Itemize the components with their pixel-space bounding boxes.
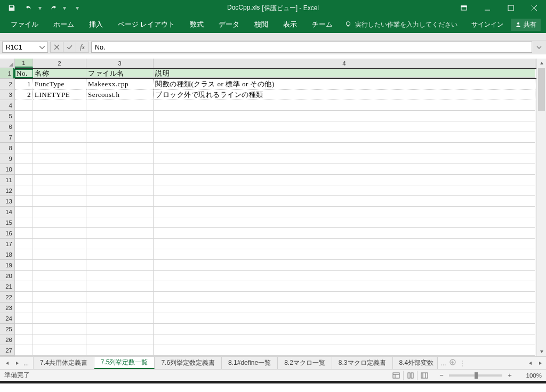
cell[interactable] — [33, 185, 86, 196]
tab-scroll-right-button[interactable] — [13, 361, 21, 365]
row-header[interactable]: 5 — [0, 111, 14, 121]
cell[interactable] — [86, 132, 154, 143]
tab-insert[interactable]: 挿入 — [82, 16, 110, 33]
cell[interactable] — [33, 164, 86, 175]
redo-button[interactable] — [46, 2, 61, 14]
tab-team[interactable]: チーム — [304, 16, 340, 33]
cell[interactable] — [86, 324, 154, 334]
sheet-tab[interactable]: 7.4共用体定義書 — [34, 357, 94, 369]
tab-review[interactable]: 校閲 — [247, 16, 276, 33]
cell[interactable] — [154, 281, 535, 292]
cell[interactable] — [15, 217, 33, 228]
tabs-menu-icon[interactable]: ⋮ — [459, 360, 465, 367]
column-header[interactable]: 1 — [15, 59, 33, 68]
zoom-percent[interactable]: 100% — [520, 372, 542, 379]
cell[interactable] — [86, 249, 154, 260]
scroll-up-button[interactable] — [537, 59, 546, 68]
cell[interactable] — [33, 324, 86, 334]
row-header[interactable]: 27 — [0, 345, 14, 356]
cell[interactable] — [154, 207, 535, 217]
row-header[interactable]: 10 — [0, 164, 14, 175]
cell[interactable] — [86, 345, 154, 356]
cell[interactable] — [33, 100, 86, 111]
cell[interactable]: ファイル名 — [86, 69, 154, 78]
cell[interactable] — [154, 334, 535, 345]
tab-nav-more[interactable]: ... — [22, 360, 30, 367]
zoom-slider[interactable] — [449, 374, 502, 377]
row-header[interactable]: 11 — [0, 175, 14, 185]
cell[interactable]: 説明 — [154, 69, 535, 78]
row-header[interactable]: 16 — [0, 228, 14, 239]
row-header[interactable]: 13 — [0, 196, 14, 207]
cell[interactable] — [33, 303, 86, 313]
cell[interactable] — [15, 185, 33, 196]
cell[interactable] — [33, 334, 86, 345]
row-header[interactable]: 23 — [0, 303, 14, 313]
column-header[interactable]: 2 — [33, 59, 86, 68]
maximize-button[interactable] — [499, 0, 523, 16]
cell[interactable] — [154, 164, 535, 175]
cell[interactable]: 名称 — [33, 69, 86, 78]
row-header[interactable]: 21 — [0, 281, 14, 292]
sheet-tab[interactable]: 8.4外部変数 — [393, 357, 438, 369]
row-header[interactable]: 15 — [0, 217, 14, 228]
cell[interactable] — [15, 292, 33, 303]
cell[interactable] — [33, 228, 86, 239]
cell[interactable] — [33, 217, 86, 228]
cell[interactable] — [86, 303, 154, 313]
new-sheet-button[interactable] — [449, 359, 456, 367]
enter-formula-button[interactable] — [63, 42, 76, 52]
cell[interactable] — [86, 217, 154, 228]
cell[interactable] — [15, 271, 33, 281]
cell[interactable]: FuncType — [33, 79, 86, 89]
cell[interactable] — [86, 260, 154, 271]
cell[interactable] — [154, 249, 535, 260]
tell-me-search[interactable]: 実行したい作業を入力してください — [344, 16, 457, 33]
cell[interactable] — [33, 313, 86, 324]
cell[interactable] — [154, 100, 535, 111]
cell[interactable] — [15, 334, 33, 345]
cell[interactable] — [154, 324, 535, 334]
vertical-scrollbar[interactable] — [536, 59, 546, 356]
cell[interactable] — [15, 100, 33, 111]
cell[interactable]: 関数の種類(クラス or 標準 or その他) — [154, 79, 535, 89]
cell[interactable] — [15, 164, 33, 175]
cell[interactable] — [15, 196, 33, 207]
page-layout-view-button[interactable] — [403, 371, 417, 380]
cell[interactable] — [154, 153, 535, 164]
cell[interactable] — [15, 239, 33, 249]
cell[interactable] — [86, 100, 154, 111]
cell[interactable] — [15, 313, 33, 324]
minimize-button[interactable] — [476, 0, 499, 16]
column-header[interactable]: 4 — [154, 59, 535, 68]
hscroll-right-button[interactable] — [535, 358, 545, 368]
cell[interactable] — [154, 345, 535, 356]
sheet-tab[interactable]: 8.1#define一覧 — [222, 357, 278, 369]
cell[interactable] — [154, 111, 535, 121]
cell[interactable] — [86, 292, 154, 303]
cell[interactable] — [154, 260, 535, 271]
cell[interactable] — [15, 175, 33, 185]
tab-page-layout[interactable]: ページ レイアウト — [110, 16, 182, 33]
tab-file[interactable]: ファイル — [3, 16, 46, 33]
cell[interactable] — [86, 239, 154, 249]
cell[interactable] — [15, 324, 33, 334]
expand-formula-bar-button[interactable] — [534, 42, 544, 53]
cell[interactable] — [154, 143, 535, 153]
cell[interactable] — [154, 132, 535, 143]
sheet-tab[interactable]: 7.6列挙定数定義書 — [155, 357, 222, 369]
cell[interactable] — [33, 239, 86, 249]
cell[interactable] — [154, 196, 535, 207]
cell[interactable]: ブロック外で現れるラインの種類 — [154, 89, 535, 100]
row-header[interactable]: 26 — [0, 334, 14, 345]
share-button[interactable]: 共有 — [511, 19, 541, 31]
undo-button[interactable] — [21, 2, 36, 14]
cell[interactable] — [154, 313, 535, 324]
row-header[interactable]: 18 — [0, 249, 14, 260]
cell[interactable] — [86, 271, 154, 281]
cell[interactable] — [154, 271, 535, 281]
cell[interactable] — [33, 111, 86, 121]
row-header[interactable]: 25 — [0, 324, 14, 334]
cell[interactable] — [33, 153, 86, 164]
cell[interactable] — [154, 217, 535, 228]
